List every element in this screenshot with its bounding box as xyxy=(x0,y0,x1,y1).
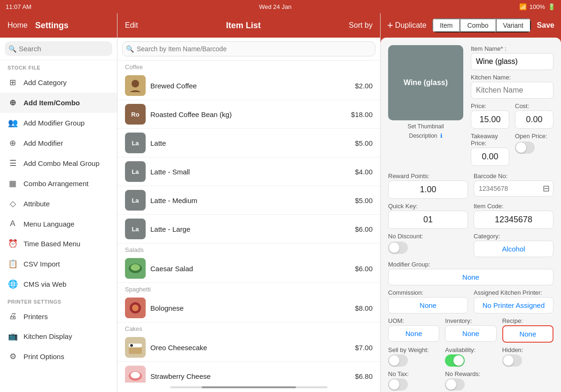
sidebar-item-kitchen-display[interactable]: 📺 Kitchen Display xyxy=(0,326,117,346)
list-item[interactable]: Strawberry Cheese $6.80 xyxy=(117,362,380,383)
sidebar-item-add-modifier-group[interactable]: 👥 Add Modifier Group xyxy=(0,113,117,133)
sidebar-item-printers[interactable]: 🖨 Printers xyxy=(0,306,117,326)
barcode-input[interactable] xyxy=(474,180,553,196)
save-button[interactable]: Save xyxy=(537,21,554,30)
set-thumbnail-label[interactable]: Set Thumbnail xyxy=(407,123,444,130)
globe-icon: 🌐 xyxy=(8,279,18,289)
quick-key-input[interactable] xyxy=(388,211,468,229)
duplicate-button[interactable]: Duplicate xyxy=(395,21,427,30)
list-search-input[interactable] xyxy=(122,41,375,56)
detail-fields: Item Name* : Kitchen Name: Price: xyxy=(471,45,553,166)
plus-icon: ⊕ xyxy=(8,138,18,148)
commission-label: Commission: xyxy=(388,289,468,296)
list-header: Edit Item List Sort by xyxy=(117,13,380,38)
segment-item[interactable]: Item xyxy=(432,18,460,32)
list-icon: ☰ xyxy=(8,158,18,168)
diamond-icon: ◇ xyxy=(8,199,18,209)
list-item[interactable]: La Latte - Large $6.00 xyxy=(117,215,380,243)
sidebar-item-print-options[interactable]: ⚙ Print Options xyxy=(0,346,117,367)
availability-toggle[interactable] xyxy=(445,354,465,367)
recipe-button[interactable]: None xyxy=(502,325,553,343)
reward-points-field-group: Reward Points: xyxy=(388,172,468,199)
no-discount-toggle[interactable] xyxy=(388,242,408,254)
people-icon: 👥 xyxy=(8,118,18,128)
item-thumbnail xyxy=(125,258,146,279)
takeaway-price-input[interactable] xyxy=(471,148,509,166)
price-input[interactable] xyxy=(471,110,509,129)
sidebar-item-attribute[interactable]: ◇ Attribute xyxy=(0,194,117,214)
svg-point-14 xyxy=(131,372,140,378)
sidebar-item-add-modifier[interactable]: ⊕ Add Modifier xyxy=(0,133,117,153)
segment-variant[interactable]: Variant xyxy=(496,18,531,32)
no-tax-field-group: No Tax: xyxy=(388,370,439,391)
category-cakes: Cakes xyxy=(117,322,380,333)
list-item[interactable]: Oreo Cheesecake $7.00 xyxy=(117,333,380,362)
sidebar-item-csv-import[interactable]: 📋 CSV Import xyxy=(0,254,117,274)
commission-button[interactable]: None xyxy=(388,297,468,314)
settings-title: Settings xyxy=(35,21,69,31)
kitchen-name-label: Kitchen Name: xyxy=(471,74,553,81)
list-item[interactable]: La Latte - Small $4.00 xyxy=(117,157,380,186)
list-item[interactable]: Brewed Coffee $2.00 xyxy=(117,71,380,100)
sort-by-button[interactable]: Sort by xyxy=(349,21,373,30)
language-icon: Α xyxy=(8,219,18,228)
add-item-button[interactable]: + xyxy=(387,19,393,31)
scroll-indicator xyxy=(170,386,327,388)
status-bar: 11:07 AM Wed 24 Jan 📶 100% 🔋 xyxy=(0,0,561,13)
modifier-group-button[interactable]: None xyxy=(388,269,553,285)
barcode-scan-icon[interactable]: ⊟ xyxy=(543,183,550,194)
reward-points-input[interactable] xyxy=(388,180,468,199)
description-info-icon[interactable]: ℹ xyxy=(440,133,443,139)
sidebar-item-add-item-combo[interactable]: ⊕ Add Item/Combo xyxy=(0,93,117,113)
open-price-toggle[interactable] xyxy=(515,141,535,154)
hidden-field-group: Hidden: xyxy=(502,346,553,367)
item-thumbnail: La xyxy=(125,190,146,211)
list-item[interactable]: Caesar Salad $6.00 xyxy=(117,254,380,283)
no-discount-field-group: No Discount: xyxy=(388,233,468,257)
modifier-group-section: Modifier Group: None xyxy=(388,261,553,285)
nodiscount-category-row: No Discount: Category: Alcohol xyxy=(388,233,553,257)
category-field-group: Category: Alcohol xyxy=(474,233,553,257)
quick-key-field-group: Quick Key: xyxy=(388,203,468,229)
modifier-group-label: Modifier Group: xyxy=(388,261,553,268)
list-item[interactable]: La Latte $5.00 xyxy=(117,129,380,157)
item-list-scroll[interactable]: Coffee Brewed Coffee $2.00 Ro Roasted Co… xyxy=(117,61,380,383)
home-link[interactable]: Home xyxy=(8,21,28,30)
sell-by-weight-toggle[interactable] xyxy=(388,354,408,367)
list-search-container: 🔍 xyxy=(117,38,380,61)
item-price: $2.00 xyxy=(355,82,373,90)
list-item[interactable]: Ro Roasted Coffee Bean (kg) $18.00 xyxy=(117,100,380,129)
list-item[interactable]: La Latte - Medium $5.00 xyxy=(117,186,380,215)
item-price: $18.00 xyxy=(351,110,373,118)
barcode-wrap: ⊟ xyxy=(474,180,553,196)
search-icon: 🔍 xyxy=(8,45,16,53)
kitchen-name-field-group: Kitchen Name: xyxy=(471,74,553,99)
takeaway-price-field-group: Takeaway Price: xyxy=(471,133,509,166)
detail-body: Wine (glass) Set Thumbnail Description ℹ… xyxy=(381,38,561,392)
sidebar-search-input[interactable] xyxy=(5,41,112,56)
uom-button[interactable]: None xyxy=(388,325,439,342)
grid2-icon: ▦ xyxy=(8,179,18,188)
sidebar-item-cms-via-web[interactable]: 🌐 CMS via Web xyxy=(0,274,117,294)
sidebar-item-add-category[interactable]: ⊞ Add Category xyxy=(0,72,117,93)
list-item[interactable]: Bolognese $8.00 xyxy=(117,294,380,322)
open-price-toggle-row xyxy=(515,141,553,154)
edit-button[interactable]: Edit xyxy=(125,21,138,30)
sidebar-item-add-combo-meal-group[interactable]: ☰ Add Combo Meal Group xyxy=(0,153,117,173)
no-tax-toggle[interactable] xyxy=(388,378,408,391)
no-rewards-toggle[interactable] xyxy=(445,378,465,391)
category-button[interactable]: Alcohol xyxy=(474,241,553,257)
kitchen-name-input[interactable] xyxy=(471,82,553,99)
item-code-input[interactable] xyxy=(474,211,553,229)
sidebar-item-menu-language[interactable]: Α Menu Language xyxy=(0,214,117,234)
segment-combo[interactable]: Combo xyxy=(460,18,495,32)
kitchen-printer-button[interactable]: No Printer Assigned xyxy=(474,297,553,314)
hidden-toggle[interactable] xyxy=(502,354,522,367)
sidebar-item-time-based-menu[interactable]: ⏰ Time Based Menu xyxy=(0,234,117,254)
item-name-input[interactable] xyxy=(471,53,553,70)
no-discount-label: No Discount: xyxy=(388,233,468,240)
inventory-button[interactable]: None xyxy=(445,325,496,342)
sidebar-item-combo-arrangement[interactable]: ▦ Combo Arrangement xyxy=(0,173,117,194)
price-cost-row: Price: Cost: xyxy=(471,102,553,129)
cost-input[interactable] xyxy=(515,110,553,129)
